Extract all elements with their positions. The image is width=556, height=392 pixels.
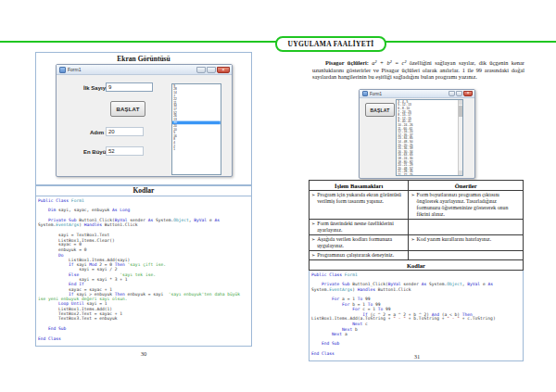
table-row: ➢Aşağıda verilen kodları formunuza uygul…	[310, 235, 524, 251]
window-title: Form1	[68, 67, 81, 72]
form-icon	[362, 91, 368, 96]
intro-lead: Pisagor üçlüleri:	[325, 59, 369, 66]
form-icon	[59, 67, 66, 73]
step-count-field[interactable]: 20	[106, 127, 144, 136]
table-header-cell: İşlem Basamakları	[310, 181, 409, 191]
close-button[interactable]: ×	[463, 91, 473, 96]
table-cell-text: Form boyutlarınızı programın çıktısını ö…	[417, 192, 521, 218]
list-item[interactable]: 21 - 72 - 75	[397, 173, 462, 176]
code-listing: Public Class Form1 Private Sub Button1_C…	[311, 272, 524, 357]
list-item[interactable]: 1	[172, 147, 221, 151]
form-client-area: İlk Sayıyı Giriniz 9 BAŞLAT Adım Sayısı …	[57, 74, 232, 176]
close-button[interactable]: ×	[217, 67, 230, 73]
steps-table: İşlem Basamakları Öneriler ➢Program için…	[309, 180, 524, 271]
scroll-up-icon[interactable]	[459, 100, 462, 105]
form-window-pythagoras: Form1 × BAŞLAT 3 - 4 - 55 - 12 - 136 - 8…	[359, 89, 475, 179]
intro-formula: a² + b² = c²	[372, 59, 406, 66]
table-header-cell: Öneriler	[409, 181, 524, 191]
intro-paragraph: Pisagor üçlüleri: a² + b² = c² özelliğin…	[312, 59, 524, 81]
section-title-badge: UYGULAMA FAALİYETİ	[275, 36, 386, 52]
book-spread: UYGULAMA FAALİYETİ Ekran Görüntüsü Form1…	[0, 0, 556, 392]
code-box-title: Kodlar	[310, 260, 524, 271]
screen-box: Ekran Görüntüsü Form1 × İlk Sayıyı Girin…	[35, 52, 252, 185]
page-left: Ekran Görüntüsü Form1 × İlk Sayıyı Girin…	[35, 52, 252, 367]
table-row: ➢Programınızı çalıştırarak deneyiniz.	[310, 251, 524, 260]
screen-box-title: Ekran Görüntüsü	[36, 55, 251, 63]
arrow-bullet-icon: ➢	[311, 236, 315, 249]
section-title-label: UYGULAMA FAALİYETİ	[288, 40, 374, 48]
code-listing: Public Class Form1 Dim sayi, sayac, enbu…	[38, 198, 252, 342]
scroll-down-icon[interactable]	[459, 171, 462, 175]
code-box: Public Class Form1 Private Sub Button1_C…	[309, 271, 524, 361]
table-cell-text: Programınızı çalıştırarak deneyiniz.	[317, 252, 394, 259]
arrow-bullet-icon: ➢	[311, 192, 315, 205]
page-number: 30	[35, 350, 252, 357]
scroll-thumb[interactable]	[459, 106, 462, 117]
arrow-bullet-icon: ➢	[411, 192, 414, 218]
maximize-button[interactable]	[456, 91, 462, 96]
table-cell-text: Aşağıda verilen kodları formunuza uygula…	[317, 236, 406, 249]
start-button[interactable]: BAŞLAT	[365, 103, 395, 117]
table-cell-text: Program için yukarıda ekran görüntüsü ve…	[317, 192, 406, 205]
minimize-button[interactable]	[196, 67, 206, 73]
max-value-field[interactable]: 52	[106, 146, 144, 156]
sequence-listbox[interactable]: 928147221134175226134020105168421	[171, 83, 221, 175]
table-cell-text: Form üzerindeki nesne özelliklerini ayar…	[317, 221, 406, 234]
code-box: Public Class Form1 Dim sayi, sayac, enbu…	[35, 196, 252, 347]
maximize-button[interactable]	[207, 67, 216, 73]
table-row: ➢Form üzerindeki nesne özelliklerini aya…	[310, 220, 524, 235]
scrollbar[interactable]	[458, 100, 462, 175]
page-number: 31	[309, 353, 525, 360]
window-controls: ×	[196, 67, 230, 73]
arrow-bullet-icon: ➢	[411, 236, 414, 243]
table-header-row: İşlem Basamakları Öneriler	[310, 181, 524, 191]
table-kodlar-row: Kodlar	[310, 260, 524, 271]
form-window-collatz: Form1 × İlk Sayıyı Giriniz 9 BAŞLAT Adım…	[56, 64, 233, 177]
start-button[interactable]: BAŞLAT	[110, 101, 145, 117]
table-row: ➢Program için yukarıda ekran görüntüsü v…	[310, 191, 524, 220]
window-controls: ×	[449, 91, 473, 96]
steps-section: İşlem Basamakları Öneriler ➢Program için…	[309, 180, 524, 361]
arrow-bullet-icon: ➢	[311, 221, 315, 234]
window-title: Form1	[370, 92, 382, 96]
arrow-bullet-icon: ➢	[311, 252, 315, 259]
form-client-area: BAŞLAT 3 - 4 - 55 - 12 - 136 - 8 - 107 -…	[360, 97, 474, 178]
page-right: Pisagor üçlüleri: a² + b² = c² özelliğin…	[309, 52, 525, 367]
code-line: End Class	[38, 336, 252, 341]
table-cell-text: Kod yazım kurallarını hatırlayınız.	[417, 236, 492, 243]
first-number-input[interactable]: 9	[106, 82, 153, 92]
minimize-button[interactable]	[449, 91, 455, 96]
triples-listbox[interactable]: 3 - 4 - 55 - 12 - 136 - 8 - 107 - 24 - 2…	[396, 99, 463, 176]
